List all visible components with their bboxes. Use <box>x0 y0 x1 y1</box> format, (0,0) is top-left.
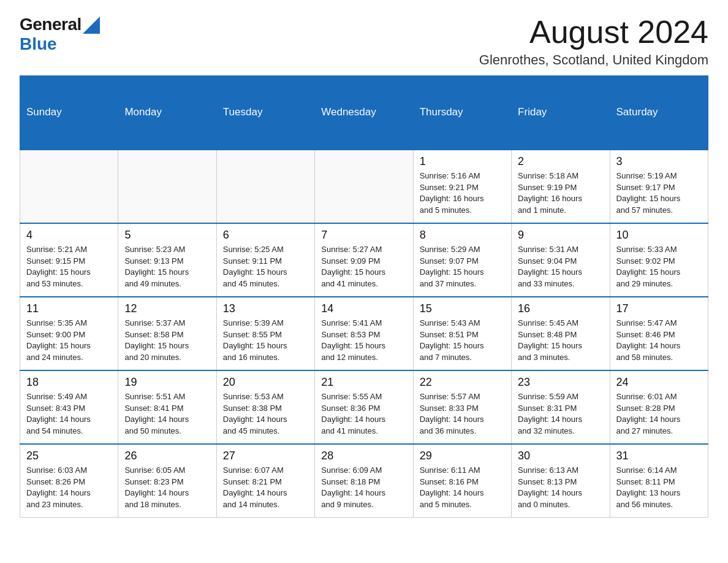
day-number: 1 <box>420 155 505 168</box>
day-number: 21 <box>321 376 406 389</box>
calendar-cell: 22Sunrise: 5:57 AMSunset: 8:33 PMDayligh… <box>413 370 511 444</box>
calendar-cell: 25Sunrise: 6:03 AMSunset: 8:26 PMDayligh… <box>20 444 118 518</box>
calendar-cell <box>216 150 314 223</box>
day-number: 5 <box>124 229 210 242</box>
day-info: Sunrise: 5:27 AMSunset: 9:09 PMDaylight:… <box>321 244 406 290</box>
day-number: 28 <box>321 450 406 462</box>
day-number: 26 <box>124 450 210 462</box>
day-number: 30 <box>518 450 603 462</box>
day-info: Sunrise: 5:41 AMSunset: 8:53 PMDaylight:… <box>321 318 406 364</box>
calendar-cell: 31Sunrise: 6:14 AMSunset: 8:11 PMDayligh… <box>610 444 708 518</box>
day-info: Sunrise: 5:47 AMSunset: 8:46 PMDaylight:… <box>616 318 702 364</box>
day-number: 27 <box>223 450 308 462</box>
calendar-cell: 4Sunrise: 5:21 AMSunset: 9:15 PMDaylight… <box>20 223 118 297</box>
day-info: Sunrise: 5:49 AMSunset: 8:43 PMDaylight:… <box>26 391 112 437</box>
day-number: 7 <box>321 229 406 242</box>
calendar-cell: 12Sunrise: 5:37 AMSunset: 8:58 PMDayligh… <box>118 297 216 370</box>
day-number: 15 <box>420 302 505 315</box>
calendar-cell: 14Sunrise: 5:41 AMSunset: 8:53 PMDayligh… <box>315 297 413 370</box>
day-info: Sunrise: 5:21 AMSunset: 9:15 PMDaylight:… <box>26 244 112 290</box>
day-info: Sunrise: 5:45 AMSunset: 8:48 PMDaylight:… <box>518 318 603 364</box>
day-info: Sunrise: 5:53 AMSunset: 8:38 PMDaylight:… <box>223 391 308 437</box>
day-info: Sunrise: 6:14 AMSunset: 8:11 PMDaylight:… <box>616 465 702 511</box>
calendar-cell: 20Sunrise: 5:53 AMSunset: 8:38 PMDayligh… <box>216 370 314 444</box>
calendar-cell <box>315 150 413 223</box>
day-info: Sunrise: 6:07 AMSunset: 8:21 PMDaylight:… <box>223 465 308 511</box>
day-info: Sunrise: 5:57 AMSunset: 8:33 PMDaylight:… <box>420 391 505 437</box>
calendar-week-row: 1Sunrise: 5:16 AMSunset: 9:21 PMDaylight… <box>20 150 708 223</box>
calendar-cell: 24Sunrise: 6:01 AMSunset: 8:28 PMDayligh… <box>610 370 708 444</box>
svg-marker-0 <box>83 17 100 34</box>
calendar-cell: 3Sunrise: 5:19 AMSunset: 9:17 PMDaylight… <box>610 150 708 223</box>
day-number: 22 <box>420 376 505 389</box>
day-number: 24 <box>616 376 702 389</box>
calendar-week-row: 18Sunrise: 5:49 AMSunset: 8:43 PMDayligh… <box>20 370 708 444</box>
day-info: Sunrise: 6:13 AMSunset: 8:13 PMDaylight:… <box>518 465 603 511</box>
day-number: 16 <box>518 302 603 315</box>
day-info: Sunrise: 5:43 AMSunset: 8:51 PMDaylight:… <box>420 318 505 364</box>
location-title: Glenrothes, Scotland, United Kingdom <box>479 52 708 68</box>
column-header-wednesday: Wednesday <box>315 76 413 150</box>
day-number: 3 <box>616 155 702 168</box>
calendar-cell <box>20 150 118 223</box>
calendar-cell: 26Sunrise: 6:05 AMSunset: 8:23 PMDayligh… <box>118 444 216 518</box>
calendar-cell: 13Sunrise: 5:39 AMSunset: 8:55 PMDayligh… <box>216 297 314 370</box>
page-header: General Blue August 2024 Glenrothes, Sco… <box>20 15 708 68</box>
day-number: 29 <box>420 450 505 462</box>
day-info: Sunrise: 5:19 AMSunset: 9:17 PMDaylight:… <box>616 170 702 216</box>
day-info: Sunrise: 5:18 AMSunset: 9:19 PMDaylight:… <box>518 170 603 216</box>
logo-triangle-icon <box>83 17 100 34</box>
day-info: Sunrise: 6:03 AMSunset: 8:26 PMDaylight:… <box>26 465 112 511</box>
calendar-cell: 21Sunrise: 5:55 AMSunset: 8:36 PMDayligh… <box>315 370 413 444</box>
calendar-cell: 15Sunrise: 5:43 AMSunset: 8:51 PMDayligh… <box>413 297 511 370</box>
day-number: 2 <box>518 155 603 168</box>
title-section: August 2024 Glenrothes, Scotland, United… <box>479 15 708 68</box>
day-number: 4 <box>26 229 112 242</box>
day-info: Sunrise: 5:55 AMSunset: 8:36 PMDaylight:… <box>321 391 406 437</box>
day-number: 18 <box>26 376 112 389</box>
month-title: August 2024 <box>479 15 708 50</box>
day-info: Sunrise: 6:11 AMSunset: 8:16 PMDaylight:… <box>420 465 505 511</box>
calendar-cell: 9Sunrise: 5:31 AMSunset: 9:04 PMDaylight… <box>512 223 610 297</box>
day-number: 6 <box>223 229 308 242</box>
column-header-sunday: Sunday <box>20 76 118 150</box>
day-number: 20 <box>223 376 308 389</box>
column-header-thursday: Thursday <box>413 76 511 150</box>
day-info: Sunrise: 5:16 AMSunset: 9:21 PMDaylight:… <box>420 170 505 216</box>
day-info: Sunrise: 6:01 AMSunset: 8:28 PMDaylight:… <box>616 391 702 437</box>
day-info: Sunrise: 5:23 AMSunset: 9:13 PMDaylight:… <box>124 244 210 290</box>
calendar-cell: 7Sunrise: 5:27 AMSunset: 9:09 PMDaylight… <box>315 223 413 297</box>
day-number: 12 <box>124 302 210 315</box>
column-header-friday: Friday <box>512 76 610 150</box>
logo: General Blue <box>20 15 100 54</box>
calendar-cell: 1Sunrise: 5:16 AMSunset: 9:21 PMDaylight… <box>413 150 511 223</box>
column-header-saturday: Saturday <box>610 76 708 150</box>
day-info: Sunrise: 5:31 AMSunset: 9:04 PMDaylight:… <box>518 244 603 290</box>
calendar-cell: 29Sunrise: 6:11 AMSunset: 8:16 PMDayligh… <box>413 444 511 518</box>
logo-blue-text: Blue <box>20 34 57 54</box>
calendar-cell: 11Sunrise: 5:35 AMSunset: 9:00 PMDayligh… <box>20 297 118 370</box>
day-info: Sunrise: 5:29 AMSunset: 9:07 PMDaylight:… <box>420 244 505 290</box>
day-number: 9 <box>518 229 603 242</box>
day-info: Sunrise: 5:51 AMSunset: 8:41 PMDaylight:… <box>124 391 210 437</box>
calendar-cell: 30Sunrise: 6:13 AMSunset: 8:13 PMDayligh… <box>512 444 610 518</box>
calendar-cell: 17Sunrise: 5:47 AMSunset: 8:46 PMDayligh… <box>610 297 708 370</box>
calendar-cell: 23Sunrise: 5:59 AMSunset: 8:31 PMDayligh… <box>512 370 610 444</box>
day-number: 17 <box>616 302 702 315</box>
calendar-cell: 2Sunrise: 5:18 AMSunset: 9:19 PMDaylight… <box>512 150 610 223</box>
day-number: 25 <box>26 450 112 462</box>
calendar-cell: 6Sunrise: 5:25 AMSunset: 9:11 PMDaylight… <box>216 223 314 297</box>
calendar-cell: 10Sunrise: 5:33 AMSunset: 9:02 PMDayligh… <box>610 223 708 297</box>
day-number: 8 <box>420 229 505 242</box>
calendar-week-row: 25Sunrise: 6:03 AMSunset: 8:26 PMDayligh… <box>20 444 708 518</box>
day-info: Sunrise: 6:09 AMSunset: 8:18 PMDaylight:… <box>321 465 406 511</box>
calendar-table: SundayMondayTuesdayWednesdayThursdayFrid… <box>20 75 708 518</box>
day-number: 10 <box>616 229 702 242</box>
day-number: 13 <box>223 302 308 315</box>
day-number: 19 <box>124 376 210 389</box>
calendar-header-row: SundayMondayTuesdayWednesdayThursdayFrid… <box>20 76 708 150</box>
calendar-cell: 28Sunrise: 6:09 AMSunset: 8:18 PMDayligh… <box>315 444 413 518</box>
calendar-cell <box>118 150 216 223</box>
calendar-week-row: 4Sunrise: 5:21 AMSunset: 9:15 PMDaylight… <box>20 223 708 297</box>
day-number: 11 <box>26 302 112 315</box>
